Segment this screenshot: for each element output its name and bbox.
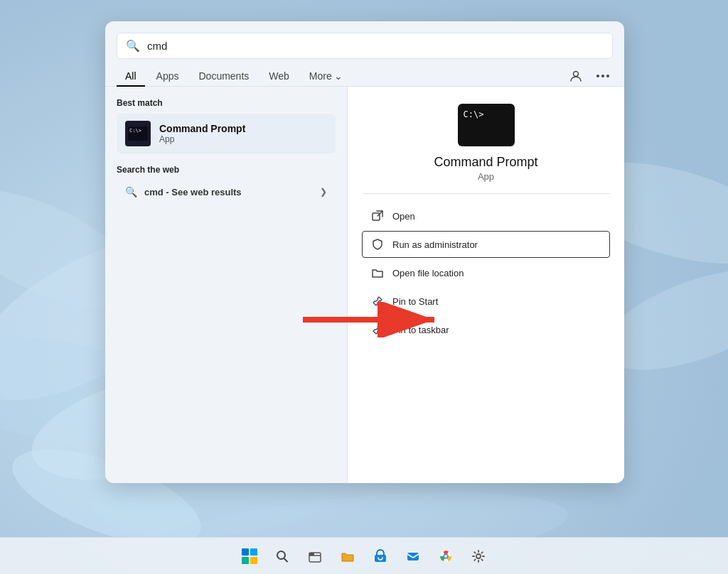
best-match-name: Command Prompt bbox=[159, 123, 245, 134]
best-match-item[interactable]: Command Prompt App bbox=[117, 114, 336, 153]
more-options-button[interactable] bbox=[593, 66, 613, 86]
taskbar-explorer-button[interactable] bbox=[301, 542, 329, 570]
app-detail-type: App bbox=[478, 171, 494, 182]
content-area: Best match Command Prompt App Search the… bbox=[105, 87, 624, 483]
svg-point-13 bbox=[606, 75, 609, 77]
open-action[interactable]: Open bbox=[362, 202, 610, 229]
settings-gear-icon bbox=[471, 549, 486, 563]
svg-rect-20 bbox=[309, 553, 314, 556]
svg-point-11 bbox=[596, 75, 599, 77]
svg-line-18 bbox=[284, 558, 288, 562]
external-link-icon bbox=[371, 210, 384, 222]
taskbar-mail-button[interactable] bbox=[399, 542, 427, 570]
start-button[interactable] bbox=[235, 542, 264, 570]
action-list: Open Run as administrator bbox=[362, 202, 610, 343]
best-match-type: App bbox=[159, 134, 245, 144]
tabs-right-actions bbox=[566, 66, 613, 86]
cmd-app-icon bbox=[125, 121, 151, 146]
svg-point-26 bbox=[444, 555, 447, 558]
taskbar-settings-button[interactable] bbox=[464, 542, 493, 570]
best-match-text: Command Prompt App bbox=[159, 123, 245, 144]
pin-to-start-action[interactable]: Pin to Start bbox=[362, 288, 610, 315]
taskbar-store-button[interactable] bbox=[366, 542, 395, 570]
open-file-location-label: Open file location bbox=[392, 268, 464, 278]
ellipsis-icon bbox=[596, 75, 609, 77]
left-panel: Best match Command Prompt App Search the… bbox=[105, 87, 347, 483]
web-search-chevron-icon: ❯ bbox=[320, 187, 327, 197]
svg-point-12 bbox=[601, 75, 604, 77]
right-panel: Command Prompt App Open bbox=[347, 87, 624, 483]
pin-to-taskbar-label: Pin to taskbar bbox=[392, 325, 449, 335]
svg-point-27 bbox=[476, 554, 481, 558]
pin-to-start-label: Pin to Start bbox=[392, 296, 438, 307]
taskbar-search-button[interactable] bbox=[268, 542, 296, 570]
app-detail-name: Command Prompt bbox=[434, 155, 537, 170]
svg-point-10 bbox=[574, 72, 579, 77]
open-file-location-action[interactable]: Open file location bbox=[362, 259, 610, 286]
tab-more[interactable]: More ⌄ bbox=[301, 66, 351, 86]
taskbar-files-button[interactable] bbox=[333, 542, 362, 570]
chrome-icon bbox=[439, 549, 453, 563]
pin-to-taskbar-action[interactable]: Pin to taskbar bbox=[362, 316, 610, 343]
user-profile-button[interactable] bbox=[566, 66, 586, 86]
chevron-down-icon: ⌄ bbox=[334, 70, 343, 82]
svg-rect-21 bbox=[375, 555, 386, 562]
search-input[interactable] bbox=[147, 40, 604, 52]
shield-icon bbox=[371, 238, 384, 251]
action-divider bbox=[362, 193, 610, 194]
pin-taskbar-icon bbox=[371, 323, 384, 336]
mail-icon bbox=[406, 549, 420, 563]
taskbar-chrome-button[interactable] bbox=[432, 542, 460, 570]
store-icon bbox=[373, 549, 387, 563]
search-bar-icon: 🔍 bbox=[126, 39, 140, 53]
web-search-icon: 🔍 bbox=[125, 186, 137, 197]
run-as-admin-action[interactable]: Run as administrator bbox=[362, 231, 610, 258]
web-search-text: cmd - See web results bbox=[144, 187, 313, 197]
tabs-bar: All Apps Documents Web More ⌄ bbox=[105, 59, 624, 87]
tab-all[interactable]: All bbox=[117, 66, 145, 86]
folder-taskbar-icon bbox=[341, 549, 355, 563]
windows-logo-icon bbox=[242, 548, 257, 564]
open-label: Open bbox=[392, 211, 415, 222]
web-search-item[interactable]: 🔍 cmd - See web results ❯ bbox=[117, 180, 336, 203]
explorer-icon bbox=[308, 549, 322, 563]
tab-web[interactable]: Web bbox=[260, 66, 298, 86]
search-bar: 🔍 bbox=[117, 33, 613, 59]
taskbar-search-icon bbox=[275, 549, 289, 563]
folder-icon bbox=[371, 266, 384, 279]
best-match-label: Best match bbox=[117, 98, 336, 108]
pin-start-icon bbox=[371, 295, 384, 308]
app-large-icon bbox=[458, 104, 515, 146]
run-as-admin-label: Run as administrator bbox=[392, 239, 478, 250]
search-panel: 🔍 All Apps Documents Web More ⌄ bbox=[105, 21, 624, 483]
tab-apps[interactable]: Apps bbox=[148, 66, 188, 86]
person-icon bbox=[569, 70, 582, 82]
taskbar bbox=[0, 537, 728, 574]
svg-rect-22 bbox=[407, 553, 419, 561]
cmd-icon-visual bbox=[128, 126, 148, 141]
tab-documents[interactable]: Documents bbox=[190, 66, 257, 86]
web-section-label: Search the web bbox=[117, 165, 336, 175]
